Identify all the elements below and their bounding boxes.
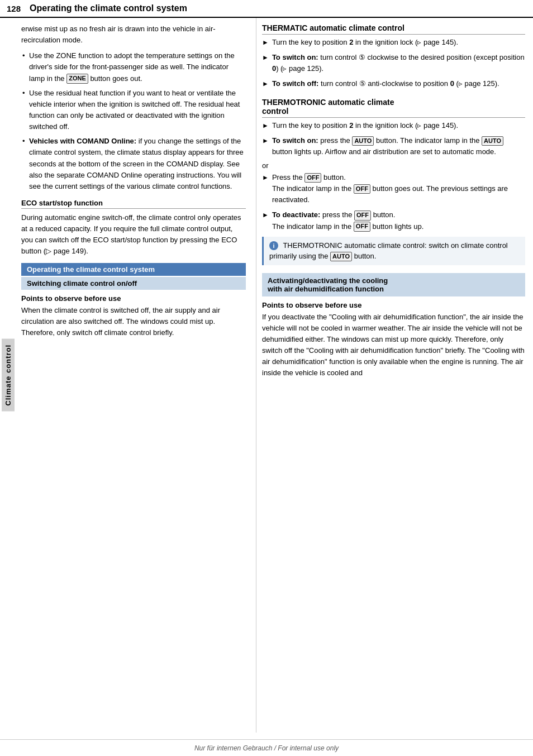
arrow-icon: ► — [262, 210, 269, 221]
activating-box: Activating/deactivating the coolingwith … — [262, 273, 525, 296]
bullet-list: Use the ZONE function to adopt the tempe… — [21, 50, 246, 192]
thermatic-item-1: ► Turn the key to position 2 in the igni… — [262, 37, 525, 48]
intro-text: erwise mist up as no fresh air is drawn … — [21, 23, 246, 46]
off-button-inline4: OFF — [354, 222, 370, 231]
points-heading-right: Points to observe before use — [262, 301, 525, 309]
main-content: Climate control erwise mist up as no fre… — [0, 18, 533, 733]
highlight-bar: Operating the climate control system — [21, 263, 246, 276]
arrow-icon: ► — [262, 136, 269, 146]
off-button-inline3: OFF — [354, 210, 371, 220]
page-number: 128 — [7, 4, 21, 13]
auto-button-inline3: AUTO — [330, 252, 352, 261]
auto-button-inline: AUTO — [352, 136, 374, 146]
thermotronic-heading: THERMOTRONIC automatic climatecontrol — [262, 98, 525, 118]
left-column: erwise mist up as no fresh air is drawn … — [16, 18, 256, 733]
sidebar-label: Climate control — [2, 339, 15, 412]
arrow-icon: ► — [262, 121, 269, 131]
activating-text: If you deactivate the "Cooling with air … — [262, 312, 525, 379]
page-header: 128 Operating the climate control system — [0, 0, 533, 18]
arrow-icon: ► — [262, 173, 269, 183]
off-button-inline: OFF — [304, 173, 321, 183]
arrow-icon: ► — [262, 52, 269, 63]
sidebar: Climate control — [0, 18, 16, 733]
or-text: or — [262, 161, 525, 170]
zone-button-inline: ZONE — [66, 74, 88, 83]
list-item: Vehicles with COMAND Online: if you chan… — [21, 136, 246, 192]
thermotronic-item-1: ► Turn the key to position 2 in the igni… — [262, 120, 525, 131]
list-item: Use the ZONE function to adopt the tempe… — [21, 50, 246, 84]
arrow-icon: ► — [262, 79, 269, 89]
list-item: Use the residual heat function if you wa… — [21, 88, 246, 133]
thermotronic-item-2: ► To switch on: press the AUTO button. T… — [262, 135, 525, 157]
auto-button-inline2: AUTO — [482, 136, 503, 146]
page-footer: Nur für internen Gebrauch / For internal… — [0, 739, 533, 756]
eco-heading: ECO start/stop function — [21, 199, 246, 209]
off-button-inline2: OFF — [354, 184, 370, 194]
info-box: i THERMOTRONIC automatic climate control… — [262, 237, 525, 265]
eco-text: During automatic engine switch-off, the … — [21, 212, 246, 257]
points-text-left: When the climate control is switched off… — [21, 305, 246, 338]
arrow-icon: ► — [262, 37, 269, 48]
page-header-title: Operating the climate control system — [30, 3, 187, 13]
thermatic-heading: THERMATIC automatic climate control — [262, 23, 525, 35]
right-column: THERMATIC automatic climate control ► Tu… — [256, 18, 533, 733]
thermatic-item-3: ► To switch off: turn control ⑤ anti-clo… — [262, 78, 525, 89]
thermatic-item-2: ► To switch on: turn control ⑤ clockwise… — [262, 52, 525, 74]
points-heading-left: Points to observe before use — [21, 294, 246, 303]
sub-bar: Switching climate control on/off — [21, 277, 246, 290]
thermotronic-item-4: ► To deactivate: press the OFF button.Th… — [262, 209, 525, 232]
thermotronic-item-3: ► Press the OFF button.The indicator lam… — [262, 172, 525, 205]
footer-text: Nur für internen Gebrauch / For internal… — [194, 744, 339, 752]
info-icon: i — [269, 241, 278, 250]
